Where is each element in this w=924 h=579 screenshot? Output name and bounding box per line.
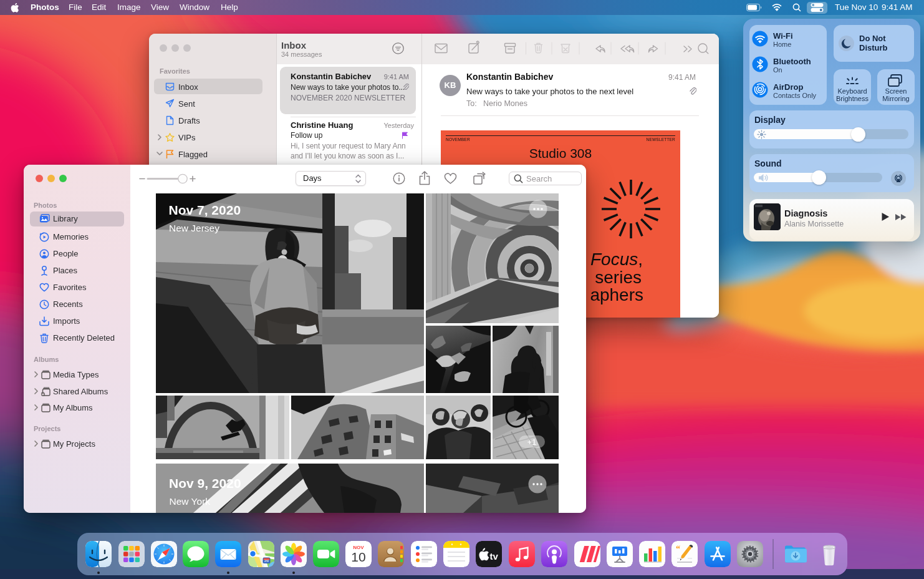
svg-text:tv: tv <box>490 551 499 562</box>
svg-text:10: 10 <box>351 550 365 564</box>
svg-text:New Jersey: New Jersey <box>169 223 219 233</box>
svg-text:Nov 7, 2020: Nov 7, 2020 <box>169 203 241 217</box>
svg-text:“: “ <box>676 544 680 553</box>
svg-text:280: 280 <box>264 560 269 563</box>
svg-text:New York: New York <box>170 496 211 507</box>
svg-text:Nov 9, 2020: Nov 9, 2020 <box>169 476 241 490</box>
svg-text:+1: +1 <box>527 438 536 447</box>
